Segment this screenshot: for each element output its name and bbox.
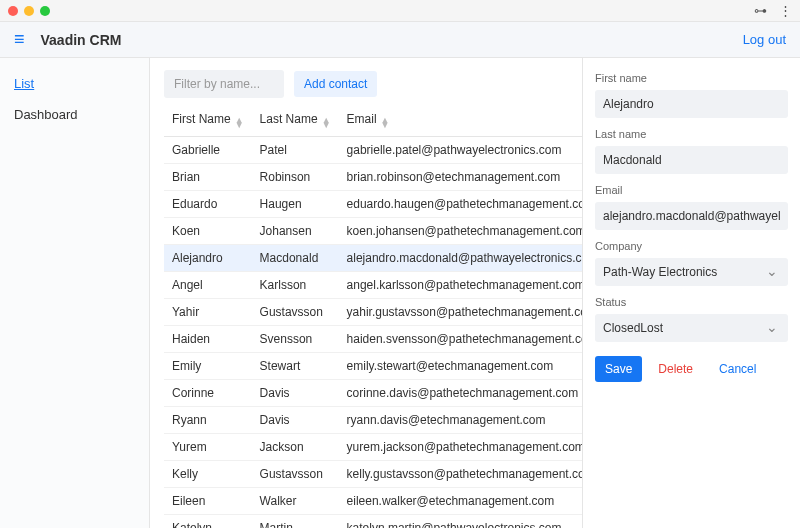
company-select[interactable]	[595, 258, 788, 286]
cell-first-name: Gabrielle	[164, 137, 252, 164]
email-label: Email	[595, 184, 788, 196]
window-chrome: ⊶ ⋮	[0, 0, 800, 22]
cell-last-name: Gustavsson	[252, 461, 339, 488]
close-window-dot[interactable]	[8, 6, 18, 16]
sort-icon: ▲▼	[322, 118, 331, 128]
hamburger-menu-icon[interactable]: ≡	[14, 29, 25, 50]
maximize-window-dot[interactable]	[40, 6, 50, 16]
cell-first-name: Katelyn	[164, 515, 252, 529]
cell-last-name: Gustavsson	[252, 299, 339, 326]
key-icon[interactable]: ⊶	[754, 3, 767, 18]
cell-last-name: Davis	[252, 380, 339, 407]
last-name-label: Last name	[595, 128, 788, 140]
cell-first-name: Haiden	[164, 326, 252, 353]
status-label: Status	[595, 296, 788, 308]
logout-link[interactable]: Log out	[743, 32, 786, 47]
email-input[interactable]	[595, 202, 788, 230]
cell-last-name: Stewart	[252, 353, 339, 380]
sort-icon: ▲▼	[235, 118, 244, 128]
first-name-input[interactable]	[595, 90, 788, 118]
sidebar-item-list[interactable]: List	[0, 72, 149, 95]
sidebar: List Dashboard	[0, 58, 150, 528]
cell-last-name: Martin	[252, 515, 339, 529]
sort-icon: ▲▼	[381, 118, 390, 128]
cell-first-name: Corinne	[164, 380, 252, 407]
cancel-button[interactable]: Cancel	[709, 356, 766, 382]
cell-last-name: Johansen	[252, 218, 339, 245]
save-button[interactable]: Save	[595, 356, 642, 382]
company-label: Company	[595, 240, 788, 252]
cell-first-name: Eduardo	[164, 191, 252, 218]
cell-first-name: Alejandro	[164, 245, 252, 272]
cell-first-name: Emily	[164, 353, 252, 380]
cell-last-name: Robinson	[252, 164, 339, 191]
kebab-menu-icon[interactable]: ⋮	[779, 3, 792, 18]
cell-first-name: Yahir	[164, 299, 252, 326]
add-contact-button[interactable]: Add contact	[294, 71, 377, 97]
column-first-name[interactable]: First Name▲▼	[164, 104, 252, 137]
delete-button[interactable]: Delete	[648, 356, 703, 382]
first-name-label: First name	[595, 72, 788, 84]
minimize-window-dot[interactable]	[24, 6, 34, 16]
cell-first-name: Ryann	[164, 407, 252, 434]
last-name-input[interactable]	[595, 146, 788, 174]
cell-first-name: Angel	[164, 272, 252, 299]
app-title: Vaadin CRM	[41, 32, 122, 48]
cell-last-name: Davis	[252, 407, 339, 434]
app-header: ≡ Vaadin CRM Log out	[0, 22, 800, 58]
cell-last-name: Jackson	[252, 434, 339, 461]
status-select[interactable]	[595, 314, 788, 342]
cell-first-name: Eileen	[164, 488, 252, 515]
cell-last-name: Karlsson	[252, 272, 339, 299]
cell-last-name: Walker	[252, 488, 339, 515]
cell-last-name: Haugen	[252, 191, 339, 218]
cell-first-name: Brian	[164, 164, 252, 191]
cell-last-name: Macdonald	[252, 245, 339, 272]
cell-last-name: Patel	[252, 137, 339, 164]
sidebar-item-dashboard[interactable]: Dashboard	[0, 103, 149, 126]
filter-input[interactable]	[164, 70, 284, 98]
column-last-name[interactable]: Last Name▲▼	[252, 104, 339, 137]
cell-first-name: Yurem	[164, 434, 252, 461]
cell-first-name: Koen	[164, 218, 252, 245]
contact-form-panel: First name Last name Email Company Statu…	[582, 58, 800, 528]
cell-first-name: Kelly	[164, 461, 252, 488]
cell-last-name: Svensson	[252, 326, 339, 353]
